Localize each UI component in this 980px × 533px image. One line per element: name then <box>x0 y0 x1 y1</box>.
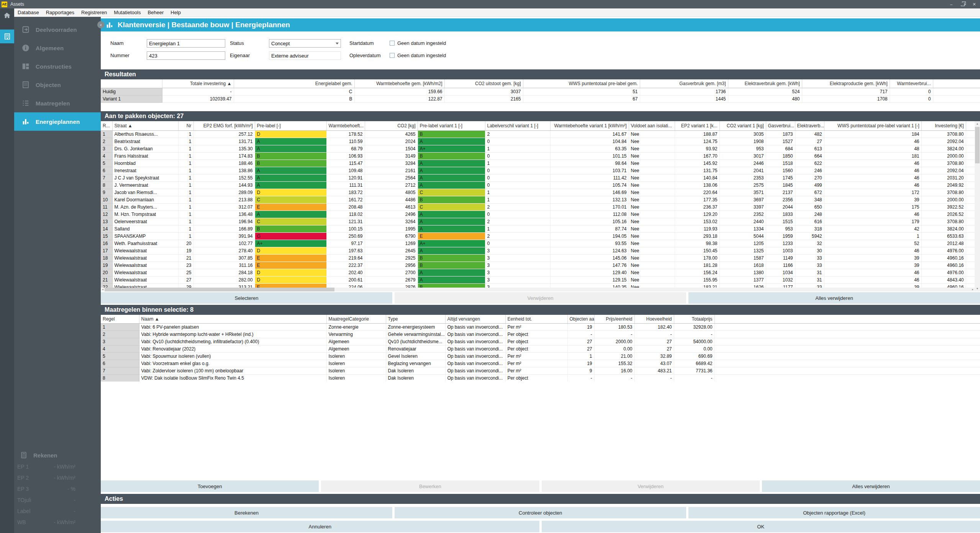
column-header-pre-label[interactable]: Pre-label [-] <box>255 121 326 130</box>
sidebar-item-objecten[interactable]: Objecten <box>14 76 101 94</box>
alles-verwijderen-button[interactable]: Alles verwijderen <box>688 292 980 304</box>
horizontal-scrollbar[interactable]: ◄ ► <box>101 288 975 291</box>
rekenen-button[interactable]: Rekenen <box>14 449 101 461</box>
table-row[interactable]: Huidig-C159.6630375117365247170 <box>101 88 980 95</box>
table-row[interactable]: 6Irenestraat1138.86A109.482161A0103.71Ne… <box>101 167 975 174</box>
table-row[interactable]: 22Wielewaalstraat29313.21E224.062976B314… <box>101 283 975 288</box>
column-header-totaalprijs[interactable]: Totaalprijs <box>674 315 715 323</box>
table-row[interactable]: 1Vabi: 6 PV-panelen plaatsenZonne-energi… <box>101 323 980 331</box>
opleverdatum-geen-datum-checkbox[interactable] <box>390 53 395 58</box>
column-header-prijs-eenheid[interactable]: Prijs/eenheid <box>594 315 634 323</box>
table-row[interactable]: 12M. Hzn. Trompstraat1136.48A118.022496A… <box>101 211 975 218</box>
vertical-scroll-thumb[interactable] <box>975 127 980 163</box>
table-row[interactable]: 13Oelenveerstraat1196.94C121.313264A2105… <box>101 218 975 225</box>
scroll-up-icon[interactable]: ▲ <box>975 121 980 127</box>
sidebar-item-maatregelen[interactable]: Maatregelen <box>14 94 101 112</box>
home-icon[interactable] <box>0 12 14 19</box>
table-row[interactable]: 11M. Azn. de Ruyters...1312.07E208.48461… <box>101 203 975 211</box>
table-row[interactable]: 3Vabi: Qv10 (luchtdichtheidsmeting, infi… <box>101 338 980 345</box>
column-header-energielabel-gem[interactable]: Energielabel gem. <box>234 79 354 88</box>
toevoegen-button[interactable]: Toevoegen <box>101 480 319 492</box>
menu-rapportages[interactable]: Rapportages <box>43 8 78 16</box>
table-row[interactable]: 2Vabi: Hybride warmtepomp lucht-water + … <box>101 331 980 338</box>
column-header-ep2-emg-forf-kwh-m[interactable]: EP2 EMG forf. [kWh/m²] <box>193 121 255 130</box>
sidebar-collapse-button[interactable]: ‹ <box>97 21 105 28</box>
scroll-right-icon[interactable]: ► <box>971 288 975 291</box>
column-header-ep2-variant-1-k[interactable]: EP2 variant 1 [k... <box>675 121 719 130</box>
naam-input[interactable] <box>147 39 225 48</box>
table-row[interactable]: 5Hoornblad1188.46B115.473284A198.64Nee14… <box>101 160 975 167</box>
ok-button[interactable]: OK <box>542 521 980 532</box>
column-header-co2-variant-1-kg[interactable]: CO2 variant 1 [kg] <box>719 121 766 130</box>
berekenen-button[interactable]: Berekenen <box>101 507 392 518</box>
column-header-co2-uitstoot-gem-kg[interactable]: CO2 uitstoot gem. [kg] <box>444 79 523 88</box>
table-row[interactable]: 5Vabi: Spouwmuur isoleren (vullen)Isoler… <box>101 352 980 360</box>
column-header-warmtebehoefte-variant-1-kwh-m[interactable]: Warmtebehoefte variant 1 [kWh/m²] <box>550 121 629 130</box>
column-header-labelverschil-variant-1[interactable]: Labelverschil variant 1 [-] <box>485 121 550 130</box>
table-row[interactable]: 4Frans Halsstraat1174.83B106.933149B0101… <box>101 152 975 160</box>
column-header-investering[interactable]: Investering [€] <box>921 121 966 130</box>
column-header-wws-puntentotaal-pre-label-gem[interactable]: WWS puntentotaal pre-label gem. <box>523 79 640 88</box>
column-header-regel[interactable]: Regel <box>101 315 139 323</box>
nummer-input[interactable] <box>147 51 225 60</box>
table-row[interactable]: 17Wielewaalstraat19278.40D197.632645A312… <box>101 247 975 254</box>
column-header-r[interactable]: R... <box>101 121 112 130</box>
sidebar-item-algemeen[interactable]: Algemeen <box>14 39 101 57</box>
table-row[interactable]: 6Vabi: Voorzetraam enkel glas o.g.Isoler… <box>101 360 980 367</box>
menu-database[interactable]: Database <box>14 8 43 16</box>
selecteren-button[interactable]: Selecteren <box>101 292 392 304</box>
column-header-gasverbruik-gem-m3[interactable]: Gasverbruik gem. [m3] <box>640 79 728 88</box>
table-row[interactable]: 2Beatrixstraat1131.71A110.592024A0104.84… <box>101 138 975 145</box>
table-row[interactable]: 3Drs. G. Jonkerlaan1135.30A68.791504A+16… <box>101 145 975 152</box>
table-row[interactable]: 7Vabi: Zoldervloer isoleren (100 mm) onb… <box>101 367 980 374</box>
controleer-objecten-button[interactable]: Controleer objecten <box>395 507 686 518</box>
column-header-wws-puntentotaal-pre-label-variant-1[interactable]: WWS puntentotaal pre-label variant 1 [-] <box>824 121 921 130</box>
table-row[interactable]: 15SPAANSKAMP1391.94G250.696790E2194.05Ne… <box>101 232 975 240</box>
table-row[interactable]: 18Wielewaalstraat21307.85E219.642925B314… <box>101 254 975 262</box>
menu-registreren[interactable]: Registreren <box>78 8 110 16</box>
buildings-module-icon[interactable] <box>0 30 14 43</box>
column-header-type[interactable]: Type <box>386 315 445 323</box>
column-header-eenheid-tot[interactable]: Eenheid tot. <box>505 315 567 323</box>
scroll-down-icon[interactable]: ▼ <box>975 286 980 291</box>
column-header-maatregelcategorie[interactable]: MaatregelCategorie <box>326 315 386 323</box>
column-header-elektraverbruik-gem-kwh[interactable]: Elektraverbruik gem. [kWh] <box>728 79 802 88</box>
menu-help[interactable]: Help <box>167 8 184 16</box>
column-header-straat[interactable]: Straat ▲ <box>112 121 178 130</box>
table-row[interactable]: 10Karel Doormanlaan1213.88C161.724486B11… <box>101 196 975 203</box>
table-row[interactable]: 20Wielewaalstraat25284.18D202.402700A312… <box>101 269 975 276</box>
startdatum-geen-datum-checkbox[interactable] <box>390 41 395 46</box>
table-row[interactable]: 8VDW: Dak isolatie IsoBouw SlimFix Reno … <box>101 374 980 382</box>
objecten-rapportage-excel-button[interactable]: Objecten rapportage (Excel) <box>688 507 980 518</box>
table-row[interactable]: 1Alberthus Risaeuss...1257.12D178.524265… <box>101 130 975 138</box>
horizontal-scroll-thumb[interactable] <box>105 288 334 291</box>
column-header-gasverbrui[interactable]: Gasverbrui... <box>766 121 795 130</box>
annuleren-button[interactable]: Annuleren <box>101 521 539 532</box>
eigenaar-input[interactable] <box>269 51 341 60</box>
column-header-voldoet-aan-isolati[interactable]: Voldoet aan isolati... <box>629 121 675 130</box>
table-row[interactable]: 7J C J van Speykstraat1152.55A120.912564… <box>101 174 975 181</box>
status-select[interactable]: Concept <box>269 39 341 48</box>
vertical-scrollbar[interactable]: ▲ ▼ <box>975 121 980 291</box>
restore-button[interactable] <box>957 0 969 8</box>
column-header-totale-investering[interactable]: Totale investering ▲ <box>162 79 234 88</box>
table-row[interactable]: 21Wielewaalstraat27282.00D200.612679A312… <box>101 276 975 283</box>
table-row[interactable]: 8J. Vermeerstraat1144.93A111.312712A0105… <box>101 181 975 189</box>
column-header-pre-label-variant-1[interactable]: Pre-label variant 1 [-] <box>418 121 485 130</box>
table-row[interactable]: 14Salland1166.89B100.151995A187.74Nee119… <box>101 225 975 232</box>
sidebar-item-energieplannen[interactable]: Energieplannen <box>14 112 101 131</box>
alles-verwijderen-button[interactable]: Alles verwijderen <box>762 480 980 492</box>
column-header-elektraproductie-gem-kwh[interactable]: Elektraproductie gem. [kWh] <box>802 79 890 88</box>
sidebar-item-deelvoorraden[interactable]: Deelvoorraden <box>14 20 101 39</box>
table-row[interactable]: 9Jacob van Riemsdi...1289.09D183.724805C… <box>101 189 975 196</box>
table-row[interactable]: Variant 1102039.47B122.87216567144548017… <box>101 95 980 102</box>
menu-mutatietools[interactable]: Mutatietools <box>110 8 144 16</box>
column-header-hoeveelheid[interactable]: Hoeveelheid <box>634 315 674 323</box>
column-header-elektraverb[interactable]: Elektraverb... <box>795 121 824 130</box>
column-header-warmtebehoeft[interactable]: Warmtebehoeft... <box>326 121 365 130</box>
scroll-left-icon[interactable]: ◄ <box>101 288 105 291</box>
close-button[interactable]: ✕ <box>969 0 980 8</box>
column-header-warmtebehoefte-gem-kwh-m2[interactable]: Warmtebehoefte gem. [kWh/m2] <box>354 79 444 88</box>
table-row[interactable]: 16Weth. Paarhuisstraat20102.77A+97.17126… <box>101 240 975 247</box>
sidebar-item-constructies[interactable]: Constructies <box>14 57 101 76</box>
